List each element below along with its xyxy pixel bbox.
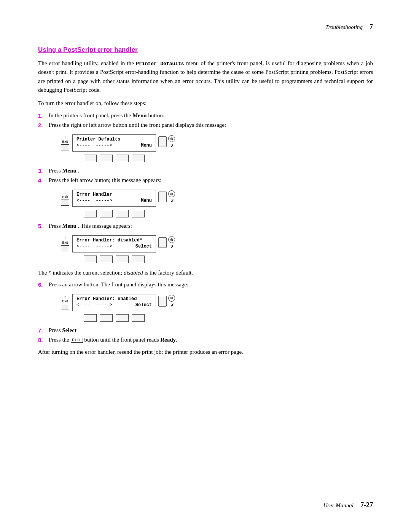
- nav-menu-3: Select: [135, 244, 152, 249]
- panel-box-3: Error Handler: disabled* <---- -----> Se…: [72, 235, 156, 252]
- diagram-2-container: ↑ Exit Error Handler <---- -----> Menu: [61, 189, 373, 217]
- exit-button-3: [61, 245, 69, 251]
- step-4-num: 4.: [38, 177, 49, 184]
- panel-box-2: Error Handler <---- -----> Menu: [72, 190, 156, 207]
- up-arrow-4: ↑: [64, 295, 66, 299]
- panel-title-2: Error Handler: [76, 192, 152, 197]
- footer-page-number: 7-27: [360, 501, 373, 509]
- steps-list: 1. In the printer's front panel, press t…: [38, 112, 373, 343]
- circle-btn-4: ⊕: [168, 295, 175, 302]
- header-page-number: 7: [370, 23, 373, 31]
- step-1-content: In the printer's front panel, press the …: [49, 112, 373, 119]
- up-arrow-1: ↑: [64, 135, 66, 139]
- diagram-4: ↑ Exit Error Handler: enabled <---- ----…: [61, 294, 175, 322]
- closing-paragraph: After turning on the error handler, rese…: [38, 348, 373, 356]
- turn-on-text: To turn the error handler on, follow the…: [38, 99, 373, 108]
- panel-nav-3: <---- -----> Select: [76, 244, 152, 249]
- step-8: 8. Press the Exit button until the front…: [38, 337, 373, 343]
- exit-label-1: Exit: [62, 140, 68, 144]
- soft-btn-2a: [84, 210, 97, 217]
- panel-right-1: ⊕ ✗: [158, 134, 175, 148]
- soft-btn-1a: [84, 155, 97, 162]
- step-2-num: 2.: [38, 122, 49, 128]
- circle-btn-2: ⊕: [168, 190, 175, 197]
- step-6-content: Press an arrow button. The front panel d…: [49, 281, 373, 288]
- soft-btn-2c: [116, 210, 129, 217]
- diagram-3-container: ↑ Exit Error Handler: disabled* <---- --…: [61, 235, 373, 263]
- step-2: 2. Press the right or left arrow button …: [38, 122, 373, 128]
- header-chapter: Troubleshooting: [325, 24, 363, 30]
- nav-arrows-3: <---- ----->: [76, 244, 134, 249]
- exit-button-4: [61, 304, 69, 310]
- intro-paragraph: The error handling utility, enabled in t…: [38, 59, 373, 94]
- up-arrow-3: ↑: [64, 236, 66, 240]
- diagram-3: ↑ Exit Error Handler: disabled* <---- --…: [61, 235, 175, 263]
- panel-box-1: Printer Defaults <---- -----> Menu: [72, 134, 156, 152]
- step-3-content: Press Menu .: [49, 168, 373, 174]
- diagram-1-container: ↑ Exit Printer Defaults <---- -----> Men…: [61, 134, 373, 162]
- soft-btn-4d: [132, 314, 145, 322]
- step-5-num: 5.: [38, 223, 49, 229]
- panel-nav-1: <---- -----> Menu: [76, 143, 152, 148]
- panel-nav-4: <---- -----> Select: [76, 302, 152, 308]
- menu-bold-3: Menu: [62, 168, 76, 174]
- step-1: 1. In the printer's front panel, press t…: [38, 112, 373, 119]
- menu-key-4: [158, 296, 167, 307]
- panel-title-4: Error Handler: enabled: [76, 296, 152, 302]
- exit-label-2: Exit: [62, 195, 68, 199]
- soft-btn-3d: [132, 256, 145, 263]
- nav-menu-4: Select: [135, 302, 152, 308]
- soft-btn-4c: [116, 314, 129, 322]
- soft-btn-2b: [100, 210, 113, 217]
- step-5-content: Press Menu . This message appears:: [49, 223, 373, 229]
- diagram-1: ↑ Exit Printer Defaults <---- -----> Men…: [61, 134, 175, 162]
- exit-col-3: ↑ Exit: [61, 236, 69, 251]
- exit-label-3: Exit: [62, 241, 68, 244]
- section-title: Using a PostScript error handler: [38, 46, 373, 54]
- step-1-num: 1.: [38, 112, 49, 119]
- panel-right-4: ⊕ ✗: [158, 294, 175, 308]
- soft-btn-1c: [116, 155, 129, 162]
- nav-menu-1: Menu: [141, 143, 152, 148]
- menu-bold: Menu: [132, 112, 147, 118]
- x-mark-4: ✗: [170, 303, 174, 308]
- exit-col-2: ↑ Exit: [61, 190, 69, 206]
- panel-nav-2: <---- -----> Menu: [76, 198, 152, 203]
- menu-bold-5: Menu: [62, 223, 76, 229]
- printer-defaults-reference: Printer Defaults: [136, 61, 184, 67]
- page-footer: User Manual 7-27: [38, 501, 373, 509]
- step-2-content: Press the right or left arrow button unt…: [49, 122, 373, 128]
- step-6-num: 6.: [38, 281, 49, 288]
- page: Troubleshooting 7 Using a PostScript err…: [0, 0, 411, 532]
- panel-buttons-4: [84, 314, 156, 322]
- up-arrow-2: ↑: [64, 190, 66, 195]
- panel-right-2: ⊕ ✗: [158, 190, 175, 203]
- soft-btn-1b: [100, 155, 113, 162]
- exit-button-1: [61, 144, 69, 150]
- menu-key-1: [158, 136, 167, 147]
- panel-right-3: ⊕ ✗: [158, 235, 175, 249]
- step-7-content: Press Select: [49, 327, 373, 334]
- soft-btn-2d: [132, 210, 145, 217]
- step-6: 6. Press an arrow button. The front pane…: [38, 281, 373, 288]
- diagram-2: ↑ Exit Error Handler <---- -----> Menu: [61, 190, 175, 217]
- step-4-content: Press the left arrow button; this messag…: [49, 177, 373, 184]
- step-8-content: Press the Exit button until the front pa…: [49, 337, 373, 343]
- nav-arrows-1: <---- ----->: [76, 143, 139, 148]
- step-7-num: 7.: [38, 327, 49, 334]
- exit-inline-button: Exit: [71, 338, 83, 343]
- soft-btn-3b: [100, 256, 113, 263]
- ready-bold: Ready: [160, 337, 176, 343]
- nav-menu-2: Menu: [141, 198, 152, 203]
- menu-key-3: [158, 237, 167, 248]
- step-4: 4. Press the left arrow button; this mes…: [38, 177, 373, 184]
- step-3: 3. Press Menu .: [38, 168, 373, 174]
- footer-manual-label: User Manual: [323, 502, 354, 509]
- soft-btn-4b: [100, 314, 113, 322]
- panel-buttons-2: [84, 210, 156, 217]
- x-mark-3: ✗: [170, 244, 174, 249]
- exit-col-1: ↑ Exit: [61, 135, 69, 150]
- circle-btn-3: ⊕: [168, 236, 175, 243]
- circle-btn-1: ⊕: [168, 135, 175, 142]
- diagram-4-container: ↑ Exit Error Handler: enabled <---- ----…: [61, 293, 373, 322]
